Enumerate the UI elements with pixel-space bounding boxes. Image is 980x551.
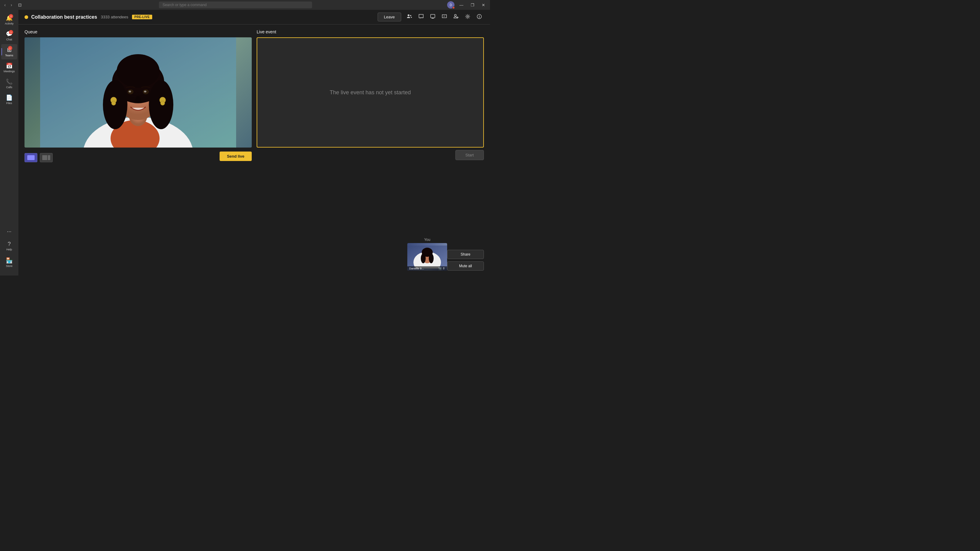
- chat-icon: 💬 1: [6, 30, 13, 37]
- sidebar-item-help[interactable]: ? Help: [1, 238, 17, 254]
- live-event-video: The live event has not yet started: [257, 37, 484, 148]
- live-event-message: The live event has not yet started: [329, 89, 411, 96]
- you-label: You: [424, 238, 430, 242]
- chat-badge: 1: [9, 30, 13, 34]
- single-view-icon: [26, 155, 36, 161]
- view-options: [24, 153, 52, 162]
- content-area: Collaboration best practices 3333 attend…: [18, 10, 490, 275]
- sidebar-label-help: Help: [6, 248, 12, 251]
- whiteboard-button[interactable]: [428, 13, 438, 22]
- event-status-indicator: [24, 15, 28, 19]
- help-icon: ?: [8, 241, 11, 247]
- you-video-svg: [407, 246, 447, 268]
- split-view-icon: [41, 155, 51, 161]
- sidebar-item-files[interactable]: 📄 Files: [1, 92, 17, 107]
- you-name-bar: Danielle B... 📷 🎙: [407, 266, 447, 271]
- share-button[interactable]: Share: [447, 250, 484, 259]
- forward-button[interactable]: ›: [9, 2, 14, 8]
- sidebar-label-calls: Calls: [6, 86, 12, 89]
- teams-badge: 1: [8, 46, 12, 50]
- chat-panel-button[interactable]: [417, 13, 426, 22]
- qa-button[interactable]: [440, 13, 449, 22]
- svg-point-1: [467, 16, 469, 17]
- single-view-button[interactable]: [24, 153, 37, 162]
- compose-button[interactable]: ⊡: [16, 2, 24, 8]
- sidebar-item-teams[interactable]: ⊞ 1 Teams: [1, 44, 17, 59]
- camera-icon: 📷: [438, 267, 442, 270]
- restore-button[interactable]: ❐: [468, 2, 477, 8]
- titlebar-left: ‹ › ⊡: [2, 2, 24, 8]
- user-status-indicator: [452, 6, 455, 9]
- sidebar-bottom: ··· ? Help 🏪 Store: [1, 226, 17, 273]
- meetings-icon: 📅: [6, 62, 13, 69]
- attendees-count: 3333 attendees: [101, 15, 128, 19]
- participants-icon-button[interactable]: [405, 13, 414, 22]
- live-event-title: Live event: [257, 29, 484, 34]
- svg-rect-0: [431, 14, 435, 18]
- sidebar-item-calls[interactable]: 📞 Calls: [1, 76, 17, 91]
- queue-title: Queue: [24, 29, 252, 34]
- you-section: You: [407, 238, 447, 271]
- leave-button[interactable]: Leave: [378, 13, 401, 21]
- sidebar-label-store: Store: [6, 265, 13, 268]
- you-video: Danielle B... 📷 🎙: [407, 243, 447, 271]
- right-buttons: Share Mute all: [447, 250, 484, 271]
- teams-icon: ⊞ 1: [7, 46, 12, 53]
- send-live-button[interactable]: Send live: [220, 151, 252, 161]
- event-title: Collaboration best practices: [31, 14, 97, 20]
- activity-badge: 2: [9, 14, 13, 18]
- panels: Queue: [18, 24, 490, 238]
- sidebar-label-activity: Activity: [5, 22, 14, 25]
- sidebar-label-chat: Chat: [6, 38, 12, 41]
- start-button[interactable]: Start: [455, 150, 484, 160]
- avatar-initial: D: [450, 3, 452, 7]
- search-bar: [159, 2, 312, 8]
- activity-icon: 🔔 2: [6, 15, 13, 21]
- split-view-button[interactable]: [40, 153, 52, 162]
- more-icon: ···: [7, 229, 11, 235]
- sidebar-label-files: Files: [6, 102, 12, 105]
- sidebar-item-chat[interactable]: 💬 1 Chat: [1, 28, 17, 43]
- pre-live-badge: PRE-LIVE: [132, 15, 152, 19]
- sidebar-label-meetings: Meetings: [4, 70, 15, 73]
- header-icons: [405, 13, 484, 22]
- bottom-controls-row: You: [24, 238, 484, 271]
- titlebar-right: D — ❐ ✕: [447, 1, 488, 9]
- svg-point-16: [144, 91, 146, 92]
- avatar[interactable]: D: [447, 1, 455, 9]
- mute-all-button[interactable]: Mute all: [447, 261, 484, 271]
- queue-panel: Queue: [24, 29, 252, 233]
- search-input[interactable]: [159, 2, 312, 8]
- settings-button[interactable]: [463, 13, 472, 22]
- svg-point-20: [161, 101, 165, 105]
- live-event-panel: Live event The live event has not yet st…: [257, 29, 484, 233]
- calls-icon: 📞: [6, 78, 13, 85]
- info-button[interactable]: [475, 13, 484, 22]
- close-button[interactable]: ✕: [479, 2, 488, 8]
- back-button[interactable]: ‹: [2, 2, 8, 8]
- svg-point-25: [421, 254, 426, 263]
- svg-point-12: [117, 54, 159, 88]
- svg-point-15: [129, 91, 131, 92]
- bottom-area: You: [18, 238, 490, 275]
- sidebar-item-store[interactable]: 🏪 Store: [1, 255, 17, 270]
- sidebar-label-teams: Teams: [5, 54, 13, 57]
- you-icons: 📷 🎙: [438, 267, 445, 270]
- sidebar-item-more[interactable]: ···: [1, 226, 17, 237]
- titlebar: ‹ › ⊡ D — ❐ ✕: [0, 0, 490, 10]
- add-participant-button[interactable]: [452, 13, 461, 22]
- svg-point-26: [429, 254, 434, 263]
- files-icon: 📄: [6, 94, 13, 101]
- sidebar: 🔔 2 Activity 💬 1 Chat ⊞ 1 Teams 📅 Meetin…: [0, 10, 18, 275]
- svg-point-18: [111, 101, 116, 105]
- titlebar-nav: ‹ ›: [2, 2, 14, 8]
- sidebar-item-meetings[interactable]: 📅 Meetings: [1, 60, 17, 75]
- queue-video: [24, 37, 252, 148]
- event-header: Collaboration best practices 3333 attend…: [18, 10, 490, 24]
- main-layout: 🔔 2 Activity 💬 1 Chat ⊞ 1 Teams 📅 Meetin…: [0, 10, 490, 275]
- queue-bottom-row: Send live: [24, 150, 252, 162]
- sidebar-item-activity[interactable]: 🔔 2 Activity: [1, 12, 17, 27]
- minimize-button[interactable]: —: [457, 2, 466, 8]
- you-name-text: Danielle B...: [409, 267, 424, 270]
- mic-icon: 🎙: [442, 267, 445, 270]
